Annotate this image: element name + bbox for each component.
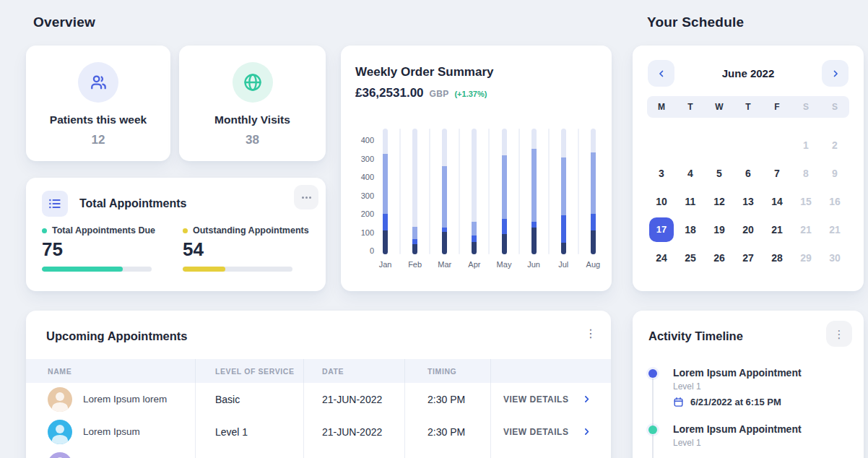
progress-bar bbox=[42, 267, 152, 272]
calendar-day[interactable]: 27 bbox=[734, 243, 763, 272]
list-icon bbox=[42, 191, 68, 217]
stat-label: Patients this week bbox=[50, 113, 147, 126]
order-change-badge: (+1.37%) bbox=[454, 90, 487, 98]
calendar-day[interactable]: 11 bbox=[676, 187, 705, 215]
timeline-item: Lorem Ipsum AppointmentLevel 16/21/2022 … bbox=[648, 367, 854, 423]
patient-name: Lorem Ipsum bbox=[83, 426, 140, 437]
bar-segment-low bbox=[442, 232, 447, 254]
monthly-visits-card: Monthly Visits 38 bbox=[179, 46, 326, 161]
bar-segment-mid bbox=[442, 228, 447, 231]
bar-segment-high bbox=[502, 155, 507, 220]
bar-segment-low bbox=[412, 244, 417, 254]
calendar-day[interactable]: 28 bbox=[763, 243, 791, 272]
bar-apr: Apr bbox=[472, 129, 477, 254]
timeline-date-text: 6/21/2022 at 6:15 PM bbox=[690, 397, 781, 407]
calendar-day[interactable]: 25 bbox=[676, 243, 705, 272]
calendar-day[interactable]: 24 bbox=[647, 243, 676, 272]
calendar-day[interactable]: 3 bbox=[647, 159, 676, 187]
weekday-label: T bbox=[676, 102, 705, 112]
calendar-day[interactable]: 19 bbox=[705, 215, 734, 243]
calendar-day[interactable]: 26 bbox=[705, 243, 734, 272]
chart-gridline bbox=[548, 129, 550, 254]
calendar-day[interactable]: 7 bbox=[763, 159, 791, 187]
calendar-day[interactable]: 14 bbox=[763, 187, 791, 215]
chevron-right-icon bbox=[830, 69, 841, 79]
bar-segment-high bbox=[383, 154, 388, 215]
calendar-day[interactable]: 9 bbox=[820, 159, 849, 187]
globe-icon bbox=[233, 62, 273, 103]
avatar bbox=[48, 387, 72, 412]
y-axis-tick: 200 bbox=[361, 210, 374, 218]
calendar-day[interactable]: 18 bbox=[676, 215, 705, 243]
calendar-day[interactable]: 8 bbox=[791, 159, 820, 187]
bar-track bbox=[383, 129, 388, 254]
calendar-day[interactable]: 10 bbox=[647, 187, 676, 215]
calendar-day[interactable]: 1 bbox=[791, 131, 820, 159]
bar-track bbox=[561, 129, 566, 254]
bar-segment-low bbox=[472, 242, 477, 254]
progress-bar bbox=[183, 267, 292, 272]
timeline-dot bbox=[648, 369, 657, 378]
calendar-day[interactable]: 15 bbox=[791, 187, 820, 215]
calendar-day[interactable]: 2 bbox=[820, 131, 849, 159]
view-details-button[interactable]: VIEW DETAILS bbox=[491, 415, 611, 448]
view-details-button[interactable]: VIEW DETAILS bbox=[491, 383, 611, 415]
timing-cell: 2:30 PM bbox=[405, 383, 491, 415]
calendar-day[interactable]: 21 bbox=[791, 215, 820, 243]
calendar-day[interactable]: 4 bbox=[676, 159, 705, 187]
calendar-day[interactable]: 29 bbox=[791, 243, 820, 272]
upcoming-appointments-card: Upcoming Appointments ⋮ NAMELEVEL OF SER… bbox=[26, 311, 611, 458]
bar-segment-low bbox=[502, 234, 507, 254]
calendar-icon bbox=[673, 397, 684, 407]
metric-label: Total Appointments Due bbox=[52, 225, 155, 236]
table-row: Lorem IpsumLevel 121-JUN-20222:30 PMVIEW… bbox=[26, 415, 611, 448]
y-axis-tick: 300 bbox=[361, 192, 374, 200]
kebab-menu-button[interactable]: ⋮ bbox=[826, 321, 852, 347]
kebab-menu-icon[interactable]: ⋮ bbox=[585, 328, 596, 340]
bar-segment-mid bbox=[383, 214, 388, 230]
metric-value: 75 bbox=[42, 238, 161, 261]
bar-segment-high bbox=[442, 166, 447, 228]
calendar-day[interactable]: 17 bbox=[647, 215, 676, 243]
calendar-day[interactable]: 6 bbox=[734, 159, 763, 187]
calendar-day[interactable]: 5 bbox=[705, 159, 734, 187]
date-cell: 21-JUN-2022 bbox=[304, 415, 405, 448]
users-icon bbox=[78, 62, 118, 103]
x-axis-label: Feb bbox=[408, 260, 422, 269]
view-details-button bbox=[491, 448, 611, 458]
table-header-row: NAMELEVEL OF SERVICEDATETIMING bbox=[26, 359, 611, 383]
orders-chart: 4003004003002001000 JanFebMarAprMayJunJu… bbox=[355, 124, 597, 272]
timeline-date: 6/21/2022 at 6:15 PM bbox=[673, 397, 854, 407]
timeline-level: Level 1 bbox=[673, 438, 854, 448]
ellipsis-menu-button[interactable] bbox=[294, 185, 318, 209]
chart-gridline bbox=[578, 129, 579, 254]
bar-aug: Aug bbox=[591, 129, 596, 254]
calendar-day[interactable]: 30 bbox=[820, 243, 849, 272]
bar-track bbox=[442, 129, 447, 254]
next-month-button[interactable] bbox=[822, 60, 849, 87]
calendar-day[interactable]: 16 bbox=[820, 187, 849, 215]
calendar-day bbox=[676, 131, 705, 159]
bar-segment-mid bbox=[561, 215, 566, 243]
calendar-day[interactable]: 20 bbox=[734, 215, 763, 243]
bar-segment-mid bbox=[591, 214, 596, 230]
bar-segment-high bbox=[531, 149, 537, 222]
calendar-day[interactable]: 13 bbox=[734, 187, 763, 215]
bar-jun: Jun bbox=[531, 129, 537, 254]
timeline-item: Lorem Ipsum AppointmentLevel 1 bbox=[648, 423, 854, 458]
calendar-day[interactable]: 21 bbox=[820, 215, 849, 243]
metric-bar-fill bbox=[183, 267, 225, 272]
chart-bars: JanFebMarAprMayJunJulAug bbox=[383, 129, 596, 254]
calendar-day[interactable]: 12 bbox=[705, 187, 734, 215]
legend-dot bbox=[183, 228, 188, 233]
calendar-day[interactable]: 21 bbox=[763, 215, 791, 243]
view-details-label: VIEW DETAILS bbox=[503, 394, 568, 405]
service-cell: Basic bbox=[196, 383, 304, 415]
timing-cell bbox=[405, 448, 491, 458]
upcoming-appointments-title: Upcoming Appointments bbox=[46, 329, 188, 343]
x-axis-label: Jun bbox=[527, 260, 540, 269]
metric-total-due: Total Appointments Due 75 bbox=[42, 225, 161, 272]
patient-name: Lorem Ipsum lorem bbox=[83, 394, 167, 405]
y-axis-tick: 400 bbox=[361, 173, 374, 181]
dot bbox=[309, 196, 311, 199]
